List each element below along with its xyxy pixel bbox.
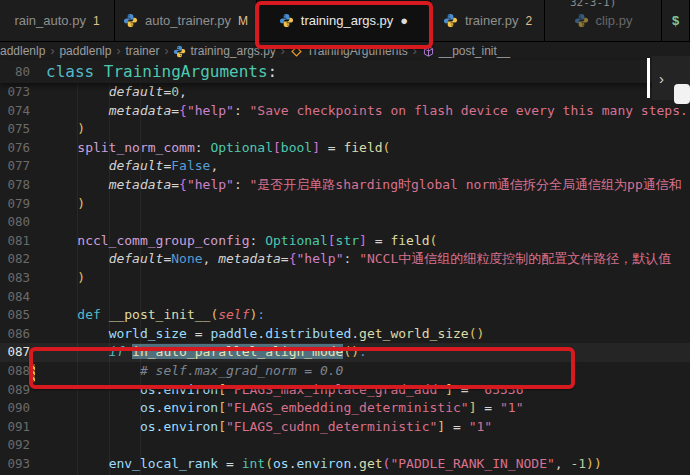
code-line-079[interactable]: 079 ): [0, 195, 690, 214]
tab-badge: 2: [525, 14, 532, 28]
code-token: [46, 140, 77, 155]
code-line-content[interactable]: ): [30, 120, 690, 139]
code-token: .: [351, 326, 359, 341]
tab-auto_trainer.py[interactable]: auto_trainer.pyM: [115, 0, 257, 41]
code-token: =: [218, 456, 241, 471]
code-line-092[interactable]: 092: [0, 436, 690, 455]
tab-label: clip.py: [596, 13, 633, 28]
code-line-086[interactable]: 086 world_size = paddle.distributed.get_…: [0, 325, 690, 344]
line-number[interactable]: 073: [0, 83, 30, 102]
code-line-073[interactable]: 073 default=0,: [0, 83, 690, 102]
code-token: field: [343, 140, 382, 155]
code-line-content[interactable]: nccl_comm_group_config: Optional[str] = …: [30, 232, 690, 251]
line-number[interactable]: 092: [0, 436, 30, 455]
code-line-082[interactable]: 082 default=None, metadata={"help": "NCC…: [0, 250, 690, 269]
code-token: bool: [281, 140, 312, 155]
line-number[interactable]: 089: [0, 381, 30, 400]
code-line-content[interactable]: def __post_init__(self):: [30, 306, 690, 325]
code-token: def: [77, 307, 108, 322]
code-line-content[interactable]: [30, 213, 690, 232]
line-number[interactable]: 081: [0, 232, 30, 251]
tab-badge: M: [238, 14, 248, 28]
code-line-090[interactable]: 090 os.environ["FLAGS_embedding_determin…: [0, 399, 690, 418]
line-number[interactable]: 077: [0, 157, 30, 176]
code-line-080[interactable]: 080: [0, 213, 690, 232]
tab-label: trainer.py: [465, 13, 518, 28]
code-line-content[interactable]: ): [30, 195, 690, 214]
code-token: "FLAGS_embedding_deterministic": [226, 400, 469, 415]
code-line-084[interactable]: 084: [0, 288, 690, 307]
code-line-content[interactable]: os.environ["FLAGS_embedding_deterministi…: [30, 399, 690, 418]
code-token: [46, 307, 77, 322]
code-line-content[interactable]: world_size = paddle.distributed.get_worl…: [30, 325, 690, 344]
code-line-081[interactable]: 081 nccl_comm_group_config: Optional[str…: [0, 232, 690, 251]
code-line-093[interactable]: 093 env_local_rank = int(os.environ.get(…: [0, 455, 690, 474]
code-token: "PADDLE_RANK_IN_NODE": [390, 456, 554, 471]
code-line-content[interactable]: [30, 288, 690, 307]
code-line-content[interactable]: [30, 436, 690, 455]
line-number[interactable]: 079: [0, 195, 30, 214]
tab-trainer.py[interactable]: trainer.py2: [431, 0, 545, 41]
line-number[interactable]: 091: [0, 418, 30, 437]
code-line-content[interactable]: os.environ["FLAGS_cudnn_deterministic"] …: [30, 418, 690, 437]
code-line-091[interactable]: 091 os.environ["FLAGS_cudnn_deterministi…: [0, 418, 690, 437]
line-number[interactable]: 084: [0, 288, 30, 307]
code-token: =: [320, 140, 343, 155]
sticky-code-text: class TrainingArguments:: [30, 62, 690, 81]
line-number[interactable]: 075: [0, 120, 30, 139]
line-number[interactable]: 078: [0, 176, 30, 195]
code-line-content[interactable]: metadata={"help": "Save checkpoints on f…: [30, 102, 690, 121]
code-line-085[interactable]: 085 def __post_init__(self):: [0, 306, 690, 325]
breadcrumb-item-trainer[interactable]: trainer: [125, 44, 159, 58]
code-line-content[interactable]: default=0,: [30, 83, 690, 102]
code-line-content[interactable]: ): [30, 269, 690, 288]
code-line-076[interactable]: 076 split_norm_comm: Optional[bool] = fi…: [0, 139, 690, 158]
code-token: str: [336, 233, 359, 248]
code-token: "help": [187, 177, 234, 192]
code-editor[interactable]: 073 default=0,074 metadata={"help": "Sav…: [0, 83, 690, 475]
code-token: )): [586, 456, 602, 471]
code-line-077[interactable]: 077 default=False,: [0, 157, 690, 176]
line-number[interactable]: 080: [0, 213, 30, 232]
code-token: [: [273, 140, 281, 155]
line-number[interactable]: 083: [0, 269, 30, 288]
line-number[interactable]: 090: [0, 399, 30, 418]
code-token: environ: [296, 456, 351, 471]
tab-[interactable]: $: [662, 0, 690, 41]
line-number[interactable]: 074: [0, 102, 30, 121]
breadcrumb-item-paddlenlp[interactable]: paddlenlp: [59, 44, 111, 58]
python-icon: [574, 13, 589, 28]
code-token: class: [46, 62, 104, 81]
code-token: =: [281, 251, 289, 266]
code-token: default: [109, 251, 164, 266]
code-line-content[interactable]: default=None, metadata={"help": "NCCL中通信…: [30, 250, 690, 269]
chevron-right-icon[interactable]: ›: [652, 70, 664, 87]
sticky-scroll-header[interactable]: 80 class TrainingArguments:: [0, 60, 690, 83]
line-number[interactable]: 086: [0, 325, 30, 344]
code-line-content[interactable]: split_norm_comm: Optional[bool] = field(: [30, 139, 690, 158]
clipped-top-text: 32-3-1): [570, 0, 616, 9]
line-number[interactable]: 093: [0, 455, 30, 474]
line-number[interactable]: 088: [0, 362, 30, 381]
line-number[interactable]: 082: [0, 250, 30, 269]
breadcrumb-item-addlenlp[interactable]: addlenlp: [0, 44, 45, 58]
code-token: [46, 233, 77, 248]
code-line-074[interactable]: 074 metadata={"help": "Save checkpoints …: [0, 102, 690, 121]
tab-rain_auto.py[interactable]: rain_auto.py1: [0, 0, 115, 41]
line-number[interactable]: 076: [0, 139, 30, 158]
code-line-083[interactable]: 083 ): [0, 269, 690, 288]
code-token: "help": [187, 103, 234, 118]
code-token: default: [109, 158, 164, 173]
code-line-content[interactable]: metadata={"help": "是否开启单路sharding时global…: [30, 176, 690, 195]
code-line-078[interactable]: 078 metadata={"help": "是否开启单路sharding时gl…: [0, 176, 690, 195]
code-line-content[interactable]: default=False,: [30, 157, 690, 176]
line-number[interactable]: 085: [0, 306, 30, 325]
breadcrumb-item-__post_init__[interactable]: __post_init__: [422, 44, 510, 58]
code-token: os: [140, 419, 156, 434]
code-token: Optional: [210, 140, 273, 155]
code-line-content[interactable]: env_local_rank = int(os.environ.get("PAD…: [30, 455, 690, 474]
code-line-075[interactable]: 075 ): [0, 120, 690, 139]
line-number[interactable]: 087: [0, 343, 30, 362]
code-token: ,: [210, 158, 218, 173]
code-token: metadata: [218, 251, 281, 266]
